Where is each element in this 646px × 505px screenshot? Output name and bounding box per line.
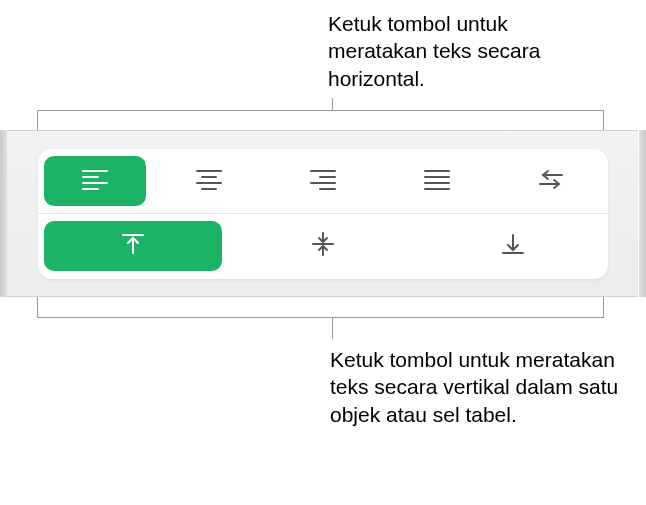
alignment-panel xyxy=(7,130,638,297)
callout-connector xyxy=(603,297,604,317)
align-left-button[interactable] xyxy=(44,156,146,206)
callout-connector xyxy=(37,297,38,317)
text-direction-button[interactable] xyxy=(500,156,602,206)
alignment-controls xyxy=(38,149,608,279)
align-center-button[interactable] xyxy=(158,156,260,206)
vertical-alignment-row xyxy=(38,214,608,279)
callout-horizontal-label: Ketuk tombol untuk meratakan teks secara… xyxy=(328,10,608,92)
panel-shadow xyxy=(0,130,7,297)
callout-connector xyxy=(37,110,38,130)
align-right-button[interactable] xyxy=(272,156,374,206)
align-middle-icon xyxy=(308,232,338,260)
align-top-icon xyxy=(118,232,148,260)
callout-connector xyxy=(603,110,604,130)
align-justify-icon xyxy=(422,167,452,195)
align-right-icon xyxy=(308,167,338,195)
align-left-icon xyxy=(80,167,110,195)
callout-connector xyxy=(37,98,604,130)
panel-shadow xyxy=(639,130,646,297)
callout-vertical-label: Ketuk tombol untuk meratakan teks secara… xyxy=(330,346,620,428)
align-bottom-icon xyxy=(498,232,528,260)
text-direction-icon xyxy=(536,167,566,195)
align-middle-button[interactable] xyxy=(234,221,412,271)
align-center-icon xyxy=(194,167,224,195)
horizontal-alignment-row xyxy=(38,149,608,214)
align-top-button[interactable] xyxy=(44,221,222,271)
align-justify-button[interactable] xyxy=(386,156,488,206)
callout-connector xyxy=(37,317,604,349)
align-bottom-button[interactable] xyxy=(424,221,602,271)
